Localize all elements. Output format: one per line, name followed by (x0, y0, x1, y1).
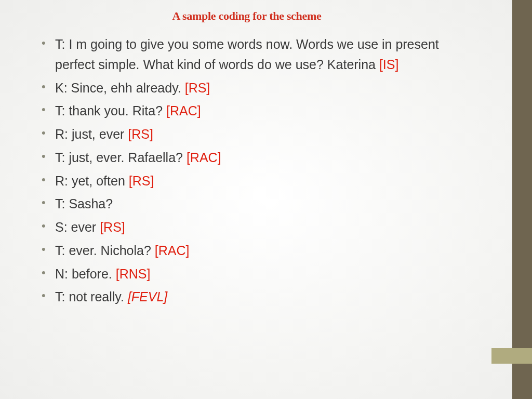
list-item: T: not really. [FEVL] (42, 287, 452, 307)
item-text: R: yet, often (55, 174, 129, 188)
list-item: K: Since, ehh already. [RS] (42, 78, 452, 98)
item-code: [RS] (100, 220, 125, 234)
item-code: [RAC] (155, 243, 190, 258)
item-text: T: not really. (55, 289, 128, 304)
item-code: [RS] (129, 174, 154, 188)
item-code: [IS] (379, 57, 399, 72)
list-item: T: ever. Nichola? [RAC] (42, 241, 452, 261)
list-item: R: just, ever [RS] (42, 124, 452, 144)
item-code: [RS] (128, 127, 153, 141)
list-item: T: Sasha? (42, 194, 452, 214)
list-item: R: yet, often [RS] (42, 171, 452, 191)
list-item: T: I m going to give you some words now.… (42, 34, 452, 75)
item-text: R: just, ever (55, 127, 128, 141)
item-code: [RNS] (116, 267, 151, 281)
item-code: [RAC] (166, 103, 201, 118)
item-text: T: thank you. Rita? (55, 103, 166, 118)
list-item: N: before. [RNS] (42, 264, 452, 284)
item-text: N: before. (55, 267, 116, 281)
decorative-sidebar (512, 0, 532, 399)
list-item: T: just, ever. Rafaella? [RAC] (42, 148, 452, 168)
slide-title: A sample coding for the scheme (42, 9, 452, 23)
item-text: K: Since, ehh already. (55, 81, 185, 95)
decorative-accent (491, 348, 532, 364)
item-code: [RAC] (187, 150, 221, 165)
item-code: [RS] (185, 81, 210, 95)
item-code: [FEVL] (128, 289, 167, 304)
item-text: T: ever. Nichola? (55, 243, 155, 258)
slide-content: A sample coding for the scheme T: I m go… (0, 0, 499, 307)
bullet-list: T: I m going to give you some words now.… (42, 34, 452, 307)
list-item: S: ever [RS] (42, 217, 452, 237)
list-item: T: thank you. Rita? [RAC] (42, 101, 452, 121)
item-text: T: just, ever. Rafaella? (55, 150, 187, 165)
item-text: T: Sasha? (55, 196, 113, 211)
item-text: S: ever (55, 220, 100, 234)
